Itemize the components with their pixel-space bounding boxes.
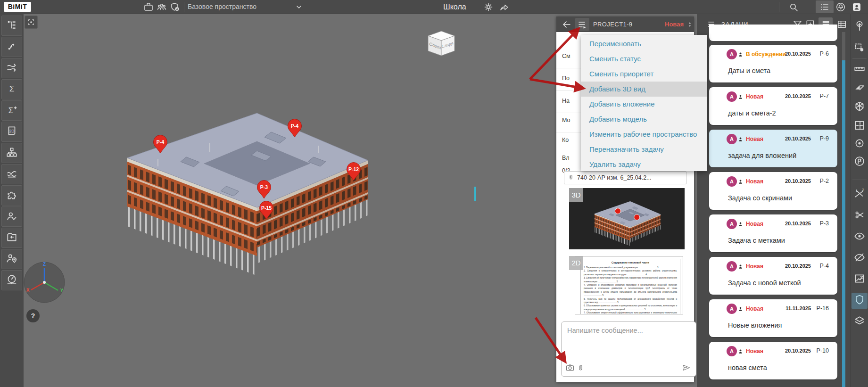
list-view-icon[interactable]	[819, 1, 830, 13]
tool-image-x[interactable]	[851, 272, 868, 288]
message-input[interactable]	[566, 326, 691, 362]
chevron-down-icon[interactable]	[293, 1, 305, 13]
axis-12-icon: 12	[853, 188, 866, 202]
sidebar-item-user-check[interactable]	[1, 206, 22, 227]
divider	[184, 2, 184, 12]
menu-item-1[interactable]: Переименовать	[581, 36, 707, 51]
tasks-scrollbar-thumb[interactable]	[842, 60, 845, 387]
panel-scroll-indicator[interactable]	[474, 187, 476, 201]
field-separator	[556, 152, 581, 152]
assignee-person-icon	[737, 178, 744, 184]
bell-icon[interactable]	[835, 1, 846, 13]
task-date: 20.10.2025	[785, 51, 811, 57]
layers-icon	[853, 315, 866, 329]
view-table-icon[interactable]	[836, 19, 847, 30]
attach-paperclip-icon[interactable]	[577, 363, 585, 372]
avatar: А	[727, 134, 737, 144]
tool-layers[interactable]	[851, 314, 868, 330]
menu-item-6[interactable]: Добавить модель	[581, 112, 707, 127]
task-context-menu: ПереименоватьСменить статусСменить приор…	[581, 35, 707, 171]
tool-target[interactable]	[851, 136, 868, 152]
task-status-label[interactable]: Новая	[665, 16, 684, 32]
menu-item-9[interactable]: Удалить задачу	[581, 157, 707, 172]
partial-card[interactable]	[709, 25, 837, 41]
menu-item-4[interactable]: Добавить 3D вид	[581, 82, 707, 97]
tool-tree[interactable]	[851, 19, 868, 35]
sidebar-item-sigma-plus[interactable]: Σ	[1, 100, 22, 121]
avatar: А	[727, 304, 737, 314]
task-card-P-16[interactable]: АНовая11.11.2025P-16Новые вложения	[709, 299, 837, 337]
account-icon[interactable]	[851, 1, 862, 13]
svg-text:Σ: Σ	[8, 106, 13, 114]
view-3d-preview[interactable]: 3D	[569, 188, 685, 249]
task-field-label: Вл	[562, 155, 570, 161]
document-toc-line: 3. Сведения об источниках теплоснабжения…	[584, 276, 677, 283]
tool-flip[interactable]	[851, 81, 868, 97]
sidebar-item-gauge[interactable]	[1, 270, 22, 290]
toolbar-divider	[852, 58, 867, 59]
tool-shield[interactable]	[851, 293, 868, 309]
task-card-P-9[interactable]: АНовая20.10.2025P-9задача для вложений	[709, 130, 837, 167]
navigation-cube[interactable]: Слева Сзади	[423, 27, 459, 58]
sidebar-item-sigma[interactable]: Σ	[1, 79, 22, 99]
app-logo[interactable]: BiMiT	[4, 2, 31, 12]
task-field-label: По	[562, 75, 570, 82]
focus-model-button[interactable]	[25, 16, 38, 29]
sidebar-item-sheet-2d[interactable]: 2D	[1, 122, 22, 142]
help-button[interactable]: ?	[26, 309, 40, 322]
axis-gizmo[interactable]: Z X Y	[23, 261, 66, 304]
sidebar-item-hierarchy[interactable]	[1, 16, 22, 36]
attachment-chip[interactable]: 740-20-АР изм. 6_25.04.2...	[564, 171, 686, 184]
tool-scissors[interactable]	[851, 208, 868, 224]
document-toc-line: 6. Обоснование принятых систем и принцип…	[584, 304, 677, 311]
share-icon[interactable]	[498, 1, 510, 13]
sidebar-item-puzzle[interactable]	[1, 185, 22, 206]
settings-gear-icon[interactable]	[483, 1, 494, 13]
task-card-P-3[interactable]: АНовая20.10.2025P-3Задача с метками	[709, 214, 837, 252]
menu-item-5[interactable]: Добавить вложение	[581, 97, 707, 112]
assignee-person-icon	[737, 136, 744, 142]
badge-3d: 3D	[569, 188, 583, 202]
tool-eye[interactable]	[851, 229, 868, 245]
team-icon[interactable]	[156, 1, 167, 13]
tool-eye-off[interactable]	[851, 250, 868, 266]
task-card-P-2[interactable]: АНовая20.10.2025P-2Задача со скринами	[709, 172, 837, 210]
workspace-selector[interactable]: Базовое пространство	[188, 0, 256, 14]
avatar: А	[727, 261, 737, 272]
field-separator	[556, 90, 581, 91]
tool-axis-12[interactable]: 12	[851, 187, 868, 203]
sort-updown-icon[interactable]	[686, 19, 693, 30]
tool-section-box[interactable]	[851, 99, 868, 115]
back-arrow-icon[interactable]	[561, 19, 572, 30]
tool-ruler[interactable]	[851, 62, 868, 78]
briefcase-icon[interactable]	[143, 1, 154, 13]
view-2d-preview[interactable]: Содержание текстовой части 1. Перечень н…	[575, 256, 683, 314]
task-status: Новая	[746, 305, 763, 312]
task-id: P-7	[820, 93, 829, 99]
menu-hamburger-icon[interactable]	[577, 19, 588, 30]
task-card-P-6[interactable]: АВ обсуждении20.10.2025P-6Даты и смета	[709, 45, 837, 82]
menu-item-3[interactable]: Сменить приоритет	[581, 66, 707, 82]
menu-item-7[interactable]: Изменить рабочее пространство	[581, 127, 707, 142]
search-icon[interactable]	[788, 1, 799, 13]
field-separator	[556, 113, 581, 113]
toolbar-divider	[852, 180, 867, 180]
task-card-P-7[interactable]: АНовая20.10.2025P-7даты и смета-2	[709, 87, 837, 125]
menu-item-2[interactable]: Сменить статус	[581, 51, 707, 66]
sidebar-item-folder-share[interactable]	[1, 228, 22, 248]
menu-item-8[interactable]: Переназначить задачу	[581, 142, 707, 157]
shield-user-icon[interactable]	[169, 1, 181, 13]
task-card-P-10[interactable]: АНовая20.10.2025P-10новая смета	[709, 342, 837, 379]
sidebar-item-trend[interactable]	[1, 164, 22, 184]
tool-select-objects[interactable]	[851, 41, 868, 57]
send-icon[interactable]	[682, 363, 691, 372]
tool-flag[interactable]	[851, 154, 868, 170]
sidebar-item-org-chart[interactable]	[1, 143, 22, 163]
task-card-P-4[interactable]: АНовая20.10.2025P-4Задача с новой меткой	[709, 257, 837, 295]
sidebar-item-node-path[interactable]	[1, 37, 22, 57]
task-field-label: Мо	[562, 117, 570, 124]
tool-floorplan[interactable]	[851, 118, 868, 134]
camera-icon[interactable]	[565, 363, 575, 372]
sidebar-item-shuffle[interactable]	[1, 58, 22, 78]
sidebar-item-user-pin[interactable]	[1, 249, 22, 269]
